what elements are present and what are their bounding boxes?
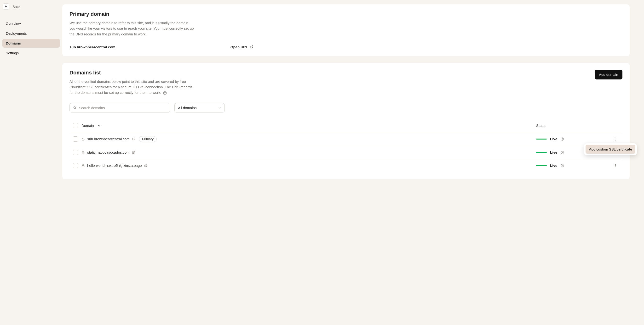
domains-table: Domain Status sub.brownb: [70, 119, 622, 172]
help-icon[interactable]: [163, 91, 167, 95]
primary-domain-card: Primary domain We use the primary domain…: [62, 4, 630, 56]
domain-name-cell[interactable]: hello-world-nuxt-o5hkj.kinsta.page: [87, 163, 142, 168]
status-label: Live: [550, 150, 557, 154]
row-checkbox[interactable]: [73, 163, 78, 168]
domains-list-title: Domains list: [70, 70, 194, 76]
svg-point-20: [561, 164, 564, 167]
domain-name-cell[interactable]: static.happyavocados.com: [87, 150, 130, 154]
status-indicator: [536, 139, 547, 140]
svg-point-4: [74, 106, 76, 108]
domains-list-description: All of the verified domains below point …: [70, 79, 194, 95]
row-checkbox[interactable]: [73, 136, 78, 142]
svg-point-11: [615, 138, 616, 138]
status-label: Live: [550, 163, 557, 168]
chevron-down-icon: [218, 106, 221, 109]
svg-line-5: [76, 108, 76, 109]
table-row: static.happyavocados.com Live: [70, 146, 622, 159]
svg-point-22: [615, 164, 616, 165]
search-domains-input[interactable]: [79, 106, 166, 110]
back-label: Back: [12, 4, 20, 8]
primary-badge: Primary: [139, 136, 157, 142]
domain-name-cell[interactable]: sub.brownbearcentral.com: [87, 137, 130, 141]
external-link-icon[interactable]: [144, 164, 147, 167]
external-link-icon[interactable]: [132, 151, 135, 154]
svg-line-15: [133, 151, 135, 153]
primary-domain-name: sub.brownbearcentral.com: [70, 45, 116, 49]
help-icon[interactable]: [560, 151, 564, 154]
search-domains-input-wrapper[interactable]: [70, 103, 170, 112]
svg-rect-7: [82, 139, 84, 140]
status-indicator: [536, 165, 547, 166]
open-url-link[interactable]: Open URL: [230, 45, 253, 49]
table-row: sub.brownbearcentral.com Primary Live: [70, 132, 622, 146]
primary-domain-description: We use the primary domain to refer to th…: [70, 20, 194, 37]
column-header-domain[interactable]: Domain: [82, 123, 536, 128]
help-icon[interactable]: [560, 137, 564, 141]
sort-asc-icon: [98, 124, 100, 127]
row-checkbox[interactable]: [73, 150, 78, 155]
select-all-checkbox[interactable]: [73, 123, 78, 128]
svg-point-16: [561, 151, 564, 154]
domains-filter-dropdown[interactable]: All domains: [174, 103, 225, 112]
svg-rect-14: [82, 152, 84, 154]
svg-line-19: [146, 164, 147, 166]
back-button[interactable]: [3, 3, 9, 9]
sidebar-item-domains[interactable]: Domains: [2, 39, 60, 48]
table-row: hello-world-nuxt-o5hkj.kinsta.page Live: [70, 159, 622, 172]
menu-item-add-ssl[interactable]: Add custom SSL certificate: [586, 145, 636, 154]
svg-point-2: [164, 91, 166, 94]
svg-rect-18: [82, 165, 84, 167]
svg-point-24: [615, 166, 616, 167]
row-actions-button[interactable]: [613, 137, 617, 141]
primary-domain-title: Primary domain: [70, 11, 622, 17]
unlock-icon: [82, 151, 85, 154]
external-link-icon[interactable]: [132, 137, 135, 140]
sidebar-item-settings[interactable]: Settings: [2, 48, 60, 57]
sidebar-item-overview[interactable]: Overview: [2, 19, 60, 28]
row-actions-button[interactable]: [613, 164, 617, 168]
svg-point-23: [615, 165, 616, 166]
sidebar-item-deployments[interactable]: Deployments: [2, 29, 60, 38]
svg-point-13: [615, 140, 616, 140]
column-header-status: Status: [536, 123, 608, 128]
status-label: Live: [550, 137, 557, 141]
arrow-left-icon: [4, 5, 8, 8]
help-icon[interactable]: [560, 164, 564, 167]
add-domain-button[interactable]: Add domain: [595, 70, 622, 79]
domains-filter-value: All domains: [178, 106, 197, 110]
unlock-icon: [82, 137, 85, 141]
svg-line-8: [133, 138, 135, 139]
svg-point-9: [561, 138, 564, 140]
domains-list-card: Domains list All of the verified domains…: [62, 63, 630, 179]
external-link-icon: [250, 45, 253, 48]
svg-line-1: [251, 46, 253, 47]
search-icon: [73, 106, 76, 109]
status-indicator: [536, 152, 547, 153]
svg-point-12: [615, 139, 616, 139]
unlock-icon: [82, 164, 85, 167]
row-actions-menu: Add custom SSL certificate: [584, 143, 637, 155]
open-url-label: Open URL: [230, 45, 248, 49]
